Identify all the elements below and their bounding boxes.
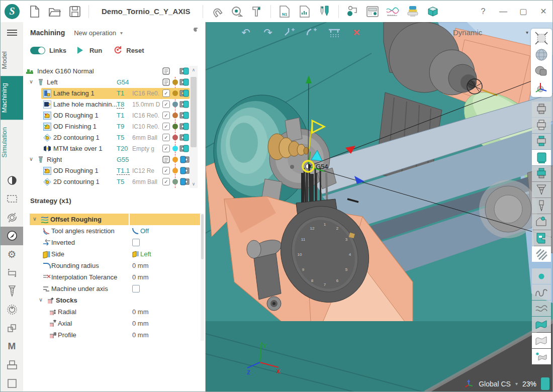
cs-selector[interactable]: Global CS [479,380,511,388]
tree-row-machine[interactable]: Index G160 Normal [23,66,206,77]
strategy-row-machine-under-axis[interactable]: Machine under axis [23,283,200,295]
tool-icon[interactable] [1,282,23,301]
shading-mode-icon[interactable] [1,171,23,190]
macro-m-icon[interactable]: M [1,337,23,356]
stock-stage-2-button[interactable] [532,118,551,133]
main-menu-button[interactable] [7,28,17,37]
chevron-down-icon[interactable]: ▾ [120,30,123,36]
blank-square-icon[interactable] [1,374,23,392]
mesh-flag-point-button[interactable] [532,349,551,364]
wrench-settings-icon[interactable] [191,28,200,38]
expander-icon[interactable]: ∨ [33,216,37,222]
press-machine-icon[interactable] [1,356,23,374]
strategy-row-inverted[interactable]: Inverted [23,237,200,248]
stock-stage-1-button[interactable] [532,102,551,117]
tree-row-lathe-hole[interactable]: Lathe hole machinin... T8 15.0mm D ✓ [23,99,206,110]
status-circle[interactable] [172,157,178,162]
workpiece-cube-icon[interactable] [179,145,190,154]
orbit-rotate-icon[interactable] [1,208,23,227]
notes-icon[interactable] [162,78,170,87]
run-icon[interactable] [77,47,83,54]
curve-display-button[interactable] [532,284,551,300]
toolpath-hatch-button[interactable] [532,246,551,262]
status-circle[interactable] [172,90,178,96]
stock-solid-button[interactable] [532,150,551,165]
checkbox-checked-icon[interactable]: ✓ [162,145,170,152]
scroll-down-icon[interactable]: ∨ [190,181,198,186]
checkbox-checked-icon[interactable]: ✓ [162,167,170,174]
checkbox-unchecked[interactable] [132,239,140,246]
navigation-compass-icon[interactable] [1,227,23,245]
expander-icon[interactable]: ∨ [29,156,33,162]
workpiece-cube-icon[interactable] [179,67,190,76]
strategy-value[interactable]: 0 mm [132,308,149,316]
tree-row-od-roughing[interactable]: OD Roughing 1 T1 IC16 Re0. ✓ [23,110,206,121]
new-operation-dropdown[interactable]: New operation [74,29,116,37]
status-circle[interactable] [172,113,178,118]
postprocessor-button[interactable] [404,4,421,19]
app-logo-icon[interactable]: S [5,4,20,19]
selection-marquee-icon[interactable] [1,190,23,209]
zoom-fit-button[interactable] [532,30,551,46]
undo-icon[interactable]: ↶ [239,26,252,39]
tab-simulation[interactable]: Simulation [1,120,23,165]
links-toggle[interactable] [30,47,45,54]
checkbox-checked-icon[interactable]: ✓ [162,134,170,141]
tree-row-2d-contouring-right[interactable]: 2D contouring 1 T5 6mm Ball ✓ [23,176,206,187]
checkbox-checked-icon[interactable]: ✓ [162,123,170,130]
tab-model[interactable]: Model [1,44,23,76]
open-file-button[interactable] [46,4,63,19]
stock-stage-5-button[interactable] [532,166,551,181]
coordinate-axes-button[interactable] [532,80,551,95]
settings-gear-icon[interactable]: ⚙ [1,245,23,264]
view-mode-dropdown[interactable]: Dynamic ▾ [453,28,528,37]
tree-scrollbar[interactable]: ∧ ∨ [190,66,198,188]
tab-machining[interactable]: Machining [1,76,23,120]
notes-icon[interactable] [162,67,170,76]
workpiece-cube-icon[interactable] [179,167,190,176]
machining-scheme-button[interactable] [344,4,361,19]
feeds-speeds-icon[interactable] [1,301,23,319]
fixture-table-icon[interactable] [328,26,341,39]
workpiece-cube-icon[interactable] [179,112,190,121]
strategy-row-radial[interactable]: Radial 0 mm [23,306,200,318]
status-circle[interactable] [172,146,178,151]
strategy-value[interactable]: Off [132,227,149,235]
workspace-bounds-icon[interactable] [1,263,23,282]
status-circle[interactable] [172,102,178,107]
tool-library-button[interactable] [316,4,333,19]
copies-icon[interactable] [1,319,23,337]
help-button[interactable]: ? [473,4,493,19]
close-button[interactable]: ✕ [533,4,553,19]
status-circle[interactable] [172,135,178,140]
mesh-flag-white-button[interactable] [532,333,551,348]
tree-row-mtm-takeover[interactable]: MTM take over 1 T20 Empty g ✓ [23,143,206,154]
strategy-row-profile[interactable]: Profile 0 mm [23,329,200,341]
strategy-value[interactable]: Left [132,250,151,258]
strategy-value[interactable]: 0 mm [132,273,149,281]
snap-magnet-button[interactable] [208,4,225,19]
point-display-button[interactable] [532,268,551,284]
reset-icon[interactable] [113,45,122,56]
mesh-flag-teal-button[interactable] [532,317,551,332]
strategy-row-rounding-radius[interactable]: Rounding radius 0 mm [23,260,200,271]
workpiece-cube-icon[interactable] [179,134,190,143]
notes-icon[interactable] [162,156,170,165]
workpiece-cube-icon[interactable] [179,178,190,187]
expander-icon[interactable]: ∨ [29,78,33,85]
checkbox-checked-icon[interactable]: ✓ [162,89,170,97]
checkbox-checked-icon[interactable]: ✓ [162,101,170,108]
delete-icon[interactable]: ✕ [350,26,363,39]
simulation-box-button[interactable] [424,4,441,19]
redo-icon[interactable]: ↷ [261,26,274,39]
tree-row-od-roughing-right[interactable]: OD Roughing 1 T1.1 IC12 Re ✓ [23,165,206,176]
status-circle[interactable] [172,79,178,85]
report-document-button[interactable] [296,4,313,19]
status-circle[interactable] [172,124,178,129]
save-button[interactable] [66,4,83,19]
part-fixture-button[interactable] [532,214,551,230]
round-corner-icon[interactable] [306,26,319,39]
maximize-button[interactable]: ▢ [513,4,533,19]
tree-row-od-finishing[interactable]: OD Finishing 1 T9 IC10 Re0. ✓ [23,121,206,132]
stock-funnel-button[interactable] [532,182,551,198]
